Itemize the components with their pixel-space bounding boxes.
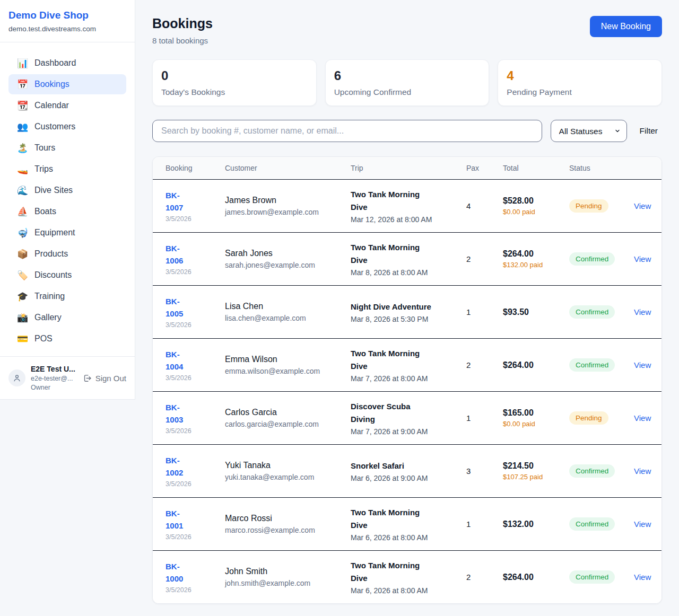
trip-name: Two Tank Morning Dive	[351, 506, 437, 531]
customer-email: lisa.chen@example.com	[225, 314, 351, 322]
table-row: BK-1003 3/5/2026 Carlos Garcia carlos.ga…	[153, 391, 661, 444]
trip-datetime: Mar 7, 2026 at 9:00 AM	[351, 427, 466, 436]
customer-name: Emma Wilson	[225, 355, 351, 364]
sidebar-item-gallery[interactable]: 📸 Gallery	[8, 307, 126, 328]
view-link[interactable]: View	[634, 201, 651, 210]
sidebar-item-bookings[interactable]: 📅 Bookings	[8, 74, 126, 94]
booking-id-link[interactable]: BK-1001	[166, 507, 195, 532]
total-amount: $93.50	[503, 307, 569, 317]
trip-datetime: Mar 6, 2026 at 8:00 AM	[351, 533, 466, 542]
page-subtitle: 8 total bookings	[152, 36, 213, 45]
bar-chart-icon: 📊	[17, 59, 28, 68]
sidebar: Demo Dive Shop demo.test.divestreams.com…	[0, 0, 135, 400]
view-link[interactable]: View	[634, 307, 651, 316]
table-row: BK-1002 3/5/2026 Yuki Tanaka yuki.tanaka…	[153, 444, 661, 497]
user-role: Owner	[31, 384, 77, 391]
view-link[interactable]: View	[634, 520, 651, 529]
view-link[interactable]: View	[634, 413, 651, 423]
col-header-booking: Booking	[153, 164, 225, 172]
status-badge: Confirmed	[569, 252, 615, 266]
booking-date: 3/5/2026	[166, 480, 225, 488]
sidebar-item-discounts[interactable]: 🏷️ Discounts	[8, 265, 126, 285]
sidebar-item-label: Trips	[34, 164, 53, 174]
sidebar-item-tours[interactable]: 🏝️ Tours	[8, 138, 126, 158]
search-input[interactable]	[152, 120, 542, 142]
status-badge: Pending	[569, 199, 608, 213]
wave-icon: 🌊	[17, 186, 28, 195]
view-link[interactable]: View	[634, 573, 651, 582]
view-link[interactable]: View	[634, 467, 651, 476]
customer-name: John Smith	[225, 567, 351, 576]
booking-id-link[interactable]: BK-1007	[166, 189, 195, 214]
trip-name: Two Tank Morning Dive	[351, 241, 437, 266]
sidebar-item-calendar[interactable]: 📆 Calendar	[8, 95, 126, 116]
sidebar-item-training[interactable]: 🎓 Training	[8, 286, 126, 306]
trip-name: Night Dive Adventure	[351, 301, 437, 313]
customer-email: yuki.tanaka@example.com	[225, 473, 351, 481]
total-amount: $132.00	[503, 520, 569, 529]
filter-button[interactable]: Filter	[640, 126, 658, 136]
filter-bar: All Statuses Filter	[152, 120, 662, 142]
sidebar-item-equipment[interactable]: 🤿 Equipment	[8, 223, 126, 243]
customer-email: james.brown@example.com	[225, 208, 351, 216]
shop-name: Demo Dive Shop	[8, 10, 126, 21]
sidebar-item-dashboard[interactable]: 📊 Dashboard	[8, 53, 126, 73]
stat-card: 0 Today's Bookings	[152, 59, 317, 106]
diving-mask-icon: 🤿	[17, 228, 28, 237]
sidebar-item-products[interactable]: 📦 Products	[8, 244, 126, 264]
sidebar-item-customers[interactable]: 👥 Customers	[8, 117, 126, 137]
user-meta: E2E Test U... e2e-tester@... Owner	[31, 365, 77, 391]
trip-datetime: Mar 8, 2026 at 5:30 PM	[351, 315, 466, 323]
sailboat-icon: ⛵	[17, 207, 28, 216]
paid-amount: $0.00 paid	[503, 208, 545, 216]
trip-datetime: Mar 6, 2026 at 9:00 AM	[351, 474, 466, 482]
sidebar-item-pos[interactable]: 💳 POS	[8, 329, 126, 349]
trip-datetime: Mar 7, 2026 at 8:00 AM	[351, 374, 466, 383]
user-section: E2E Test U... e2e-tester@... Owner Sign …	[0, 356, 135, 399]
table-body: BK-1007 3/5/2026 James Brown james.brown…	[153, 179, 661, 603]
trip-datetime: Mar 6, 2026 at 8:00 AM	[351, 586, 466, 595]
customer-name: Yuki Tanaka	[225, 461, 351, 470]
booking-id-link[interactable]: BK-1000	[166, 560, 195, 585]
booking-id-link[interactable]: BK-1003	[166, 401, 195, 426]
sidebar-item-dive-sites[interactable]: 🌊 Dive Sites	[8, 180, 126, 200]
app-root: Demo Dive Shop demo.test.divestreams.com…	[0, 0, 679, 616]
customer-name: Carlos Garcia	[225, 408, 351, 417]
new-booking-button[interactable]: New Booking	[590, 16, 662, 37]
col-header-pax: Pax	[466, 164, 503, 172]
status-badge: Confirmed	[569, 517, 615, 531]
sidebar-item-label: Boats	[34, 207, 56, 216]
paid-amount: $0.00 paid	[503, 420, 545, 428]
paid-amount: $132.00 paid	[503, 261, 545, 269]
pax-count: 1	[466, 520, 503, 529]
total-amount: $214.50	[503, 461, 569, 471]
booking-date: 3/5/2026	[166, 215, 225, 223]
stat-value: 0	[161, 68, 308, 83]
sidebar-nav: 📊 Dashboard 📅 Bookings 📆 Calendar 👥 Cust…	[0, 42, 135, 356]
stat-value: 4	[507, 68, 653, 83]
view-link[interactable]: View	[634, 254, 651, 263]
booking-id-link[interactable]: BK-1005	[166, 295, 195, 320]
sidebar-item-boats[interactable]: ⛵ Boats	[8, 201, 126, 222]
page-header: Bookings 8 total bookings New Booking	[152, 16, 662, 45]
booking-id-link[interactable]: BK-1004	[166, 348, 195, 373]
sidebar-item-label: Bookings	[34, 80, 69, 89]
booking-date: 3/5/2026	[166, 268, 225, 276]
user-email: e2e-tester@...	[31, 375, 77, 382]
status-filter-select[interactable]: All Statuses	[551, 120, 627, 142]
booking-id-link[interactable]: BK-1006	[166, 242, 195, 267]
total-amount: $264.00	[503, 573, 569, 582]
booking-id-link[interactable]: BK-1002	[166, 454, 195, 479]
package-icon: 📦	[17, 250, 28, 259]
graduation-cap-icon: 🎓	[17, 292, 28, 301]
sidebar-item-label: Discounts	[34, 270, 72, 280]
view-link[interactable]: View	[634, 360, 651, 369]
pax-count: 4	[466, 201, 503, 210]
tag-icon: 🏷️	[17, 271, 28, 280]
status-badge: Confirmed	[569, 358, 615, 372]
sign-out-button[interactable]: Sign Out	[83, 374, 126, 383]
sidebar-item-trips[interactable]: 🚤 Trips	[8, 159, 126, 179]
table-row: BK-1005 3/5/2026 Lisa Chen lisa.chen@exa…	[153, 285, 661, 338]
status-badge: Confirmed	[569, 464, 615, 478]
credit-card-icon: 💳	[17, 335, 28, 344]
